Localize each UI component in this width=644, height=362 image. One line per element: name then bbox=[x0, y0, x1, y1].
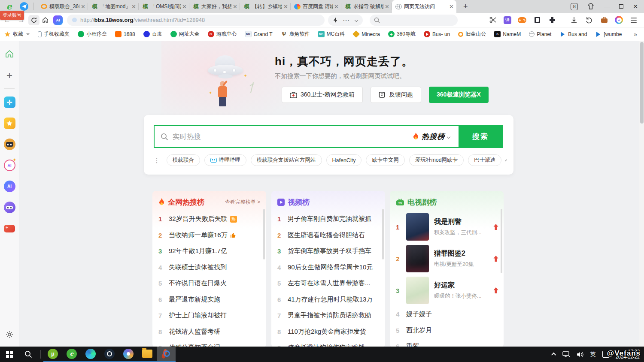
bookmark-item[interactable]: bK Grand T bbox=[245, 31, 273, 37]
game-center-icon[interactable] bbox=[518, 16, 526, 24]
toolbar-search-box[interactable] bbox=[370, 15, 458, 26]
user-avatar[interactable] bbox=[20, 2, 28, 11]
more-actions-icon[interactable]: ··· bbox=[343, 17, 350, 23]
tab-close-icon[interactable]: ✕ bbox=[182, 3, 187, 10]
ranking-list-item[interactable]: 4 90后女生做网络督学周卡10元 bbox=[271, 259, 385, 276]
extensions-puzzle-icon[interactable] bbox=[548, 16, 556, 24]
hot-list-toggle[interactable]: 热搜榜 bbox=[413, 132, 453, 142]
sidebar-robot-icon[interactable] bbox=[4, 202, 15, 213]
bookmark-item[interactable]: Bus and bbox=[559, 31, 587, 37]
bookmark-item[interactable]: Planet bbox=[529, 31, 551, 37]
tv-poster-thumbnail[interactable] bbox=[406, 213, 429, 241]
lightning-icon[interactable] bbox=[333, 17, 338, 23]
tv-poster-thumbnail[interactable] bbox=[406, 277, 429, 304]
address-bar[interactable]: http://bbs.18wos.org/viewthread.html?tid… bbox=[67, 15, 325, 26]
bookmarks-overflow-button[interactable]: » bbox=[631, 31, 640, 38]
network-icon[interactable] bbox=[562, 351, 570, 358]
browser-tab[interactable]: 模 求指导 破解版的... ✕ bbox=[341, 0, 392, 13]
chevron-down-icon[interactable] bbox=[355, 18, 358, 21]
suggestion-chip[interactable]: 模载联合支援站官方网站 bbox=[251, 154, 322, 166]
home-button[interactable] bbox=[39, 15, 51, 25]
ranking-list-item[interactable]: 6 最严退市新规实施 bbox=[152, 292, 266, 308]
screenshot-tool-app-icon[interactable] bbox=[157, 347, 176, 362]
ranking-list-item[interactable]: 9 骑摩托避让狗撞伤狗主赔钱 bbox=[271, 340, 385, 347]
sidebar-ai-ring-icon[interactable]: AI bbox=[4, 160, 15, 171]
browser-360-app-icon[interactable]: e bbox=[62, 347, 81, 362]
screenshot-scissors-icon[interactable] bbox=[489, 16, 497, 24]
ime-language-indicator[interactable]: 英 bbox=[590, 350, 596, 358]
browser-tab[interactable]: 模载联合_360搜... ✕ bbox=[37, 0, 88, 13]
bookmark-item[interactable]: n NameM bbox=[494, 31, 521, 37]
sidebar-add-button[interactable]: + bbox=[3, 69, 15, 81]
ranking-list-item[interactable]: 2 医生辟谣看吃播会得胆结石 bbox=[271, 227, 385, 244]
tv-series-item[interactable]: 3 好运家 暖暖的！张小斐佟... bbox=[390, 275, 504, 306]
bookmark-item[interactable]: 旧金山公 bbox=[458, 30, 486, 38]
ranking-list-item[interactable]: 1 32岁晋升失败后失联 热 bbox=[152, 211, 266, 227]
bookmark-item[interactable]: ★ 收藏 bbox=[4, 30, 30, 38]
browser-tab[interactable]: 模 【转】乡镇地图... ✕ bbox=[240, 0, 291, 13]
menu-icon[interactable] bbox=[629, 16, 638, 24]
browser-tab[interactable]: 模 大家好，我想问... ✕ bbox=[189, 0, 240, 13]
ranking-list-item[interactable]: 5 不许说日语在日爆火 bbox=[152, 275, 266, 292]
tab-close-icon[interactable]: ✕ bbox=[449, 3, 454, 10]
tab-count-badge[interactable]: 8 bbox=[571, 3, 578, 10]
bookmark-item[interactable]: Minecra bbox=[353, 31, 380, 37]
chips-expand-chevron[interactable] bbox=[505, 159, 507, 161]
edge-app-icon[interactable] bbox=[81, 347, 100, 362]
browser-360-logo[interactable]: e bbox=[3, 1, 15, 12]
minimize-button[interactable]: — bbox=[604, 3, 610, 10]
tab-close-icon[interactable]: ✕ bbox=[131, 3, 136, 10]
steam-app-icon[interactable] bbox=[100, 347, 119, 362]
utility-gear-app-icon[interactable] bbox=[119, 347, 138, 362]
utorrent-app-icon[interactable]: µ bbox=[43, 347, 62, 362]
ranking-list-item[interactable]: 7 护士上门输液却被打 bbox=[152, 308, 266, 324]
sidebar-ai-blue-icon[interactable]: AI bbox=[4, 181, 15, 192]
bookmark-item[interactable]: Bus- un bbox=[424, 31, 450, 37]
bookmark-item[interactable]: [wumbe bbox=[595, 31, 622, 37]
bookmark-item[interactable]: 百度 bbox=[143, 30, 162, 38]
page-scrollbar-thumb[interactable] bbox=[640, 42, 644, 124]
ranking-list-item[interactable]: 3 92年牛散1月赚1.7亿 bbox=[152, 243, 266, 259]
search-button[interactable]: 搜索 bbox=[459, 126, 502, 147]
sidebar-gamepad-icon[interactable] bbox=[3, 223, 15, 235]
ranking-list-item[interactable]: 3 货车倒车酿事故男子双手挡车 bbox=[271, 243, 385, 259]
tray-expand-chevron[interactable] bbox=[553, 353, 556, 356]
toolbox-icon[interactable] bbox=[600, 16, 608, 24]
taskbar-clock[interactable]: 17:23 2024-12-22 bbox=[616, 349, 640, 360]
tv-poster-thumbnail[interactable] bbox=[406, 245, 429, 272]
bookmark-item[interactable]: 1688 bbox=[115, 31, 135, 37]
volume-icon[interactable] bbox=[577, 351, 584, 358]
page-scrollbar[interactable] bbox=[639, 41, 644, 347]
tv-series-item[interactable]: 1 我是刑警 积案攻坚，三代刑... bbox=[390, 211, 504, 243]
bookmark-item[interactable]: MC MC百科 bbox=[318, 30, 345, 38]
bookmark-item[interactable]: Ѱ 鹿角软件 bbox=[281, 30, 310, 38]
ranking-list-item[interactable]: 2 当收纳师一单赚16万 bbox=[152, 227, 266, 244]
close-button[interactable]: ✕ bbox=[633, 3, 638, 10]
browser-tab[interactable]: 网页无法访问 ✕ bbox=[392, 0, 456, 13]
tab-close-icon[interactable]: ✕ bbox=[233, 3, 237, 10]
ai-hub-icon[interactable]: ai bbox=[615, 16, 623, 24]
view-full-list-link[interactable]: 查看完整榜单 > bbox=[225, 199, 260, 206]
search-input[interactable] bbox=[173, 133, 408, 141]
feedback-button[interactable]: 反馈问题 bbox=[371, 87, 421, 103]
browser-promo-button[interactable]: 360极速浏览器X bbox=[429, 87, 489, 103]
suggestion-chip[interactable]: 模载联合 bbox=[167, 154, 200, 166]
ranking-list-item[interactable]: 5 左右哥在冰雪大世界带游客... bbox=[271, 275, 385, 292]
suggestion-chip[interactable]: 爱玩社mod网欧卡 bbox=[409, 154, 464, 166]
chips-more-icon[interactable]: ⋮ bbox=[154, 157, 160, 164]
sidebar-game-plus-icon[interactable]: ✛ bbox=[4, 97, 15, 108]
tab-close-icon[interactable]: ✕ bbox=[283, 3, 288, 10]
ranking-list-item[interactable]: 7 男童手指被卡消防员话痨救助 bbox=[271, 308, 385, 324]
bookmark-item[interactable]: 小程序盒 bbox=[78, 30, 107, 38]
ranking-list-item[interactable]: 5 西北岁月 bbox=[390, 323, 504, 339]
maximize-button[interactable] bbox=[619, 3, 623, 10]
sidebar-chatbot-icon[interactable] bbox=[4, 139, 15, 150]
login-tooltip[interactable]: 登录账号 bbox=[0, 11, 24, 20]
bookmark-item[interactable]: + 360导航 bbox=[388, 30, 416, 38]
reading-mode-icon[interactable] bbox=[533, 16, 541, 24]
tab-close-icon[interactable]: ✕ bbox=[334, 3, 339, 10]
tab-close-icon[interactable]: ✕ bbox=[385, 3, 389, 10]
tab-close-icon[interactable]: ✕ bbox=[81, 3, 85, 10]
theme-wardrobe-icon[interactable] bbox=[587, 3, 594, 10]
ranking-list-item[interactable]: 1 男子偷车刚自费加完油就被抓 bbox=[271, 211, 385, 227]
